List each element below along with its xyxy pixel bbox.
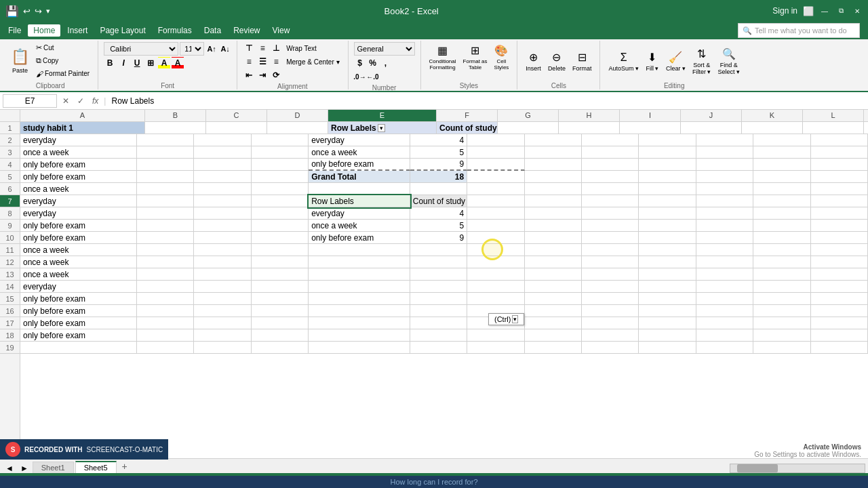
cell-m3[interactable] [811, 146, 868, 159]
conditional-formatting-btn[interactable]: ▦ ConditionalFormatting [427, 42, 459, 72]
cell-d13[interactable] [252, 268, 309, 281]
cell-j16[interactable] [639, 305, 696, 317]
fill-btn[interactable]: ⬇ Fill ▾ [643, 42, 662, 81]
cell-m16[interactable] [811, 305, 868, 317]
cell-a10[interactable]: only before exam [20, 232, 137, 244]
cell-i16[interactable] [582, 305, 639, 317]
cell-a19[interactable] [20, 342, 137, 354]
cell-d11[interactable] [252, 244, 309, 256]
cell-i3[interactable] [582, 146, 639, 159]
cell-f12[interactable] [410, 256, 467, 268]
cell-e18[interactable] [309, 329, 410, 342]
cell-f1[interactable]: Count of study habit 1 [437, 122, 498, 134]
row-num-17[interactable]: 17 [0, 317, 20, 329]
cell-c10[interactable] [194, 232, 251, 244]
tell-me-box[interactable]: 🔍 Tell me what you want to do [738, 23, 860, 38]
cell-h2[interactable] [525, 134, 582, 146]
cell-e10[interactable]: only before exam [309, 232, 410, 244]
cell-h12[interactable] [525, 256, 582, 268]
cell-j2[interactable] [639, 134, 696, 146]
cell-b8[interactable] [137, 207, 194, 220]
percent-btn[interactable]: % [367, 57, 379, 69]
cell-k13[interactable] [696, 268, 753, 281]
row-labels-filter-btn[interactable]: ▾ [378, 124, 385, 132]
row-num-9[interactable]: 9 [0, 220, 20, 232]
cell-a12[interactable]: once a week [20, 256, 137, 268]
cell-g3[interactable] [467, 146, 524, 159]
cell-l2[interactable] [753, 134, 810, 146]
cell-g14[interactable] [467, 281, 524, 293]
cell-l11[interactable] [753, 244, 810, 256]
cell-b11[interactable] [137, 244, 194, 256]
cell-e3[interactable]: once a week [309, 146, 410, 159]
cell-j14[interactable] [639, 281, 696, 293]
cell-k5[interactable] [696, 171, 753, 183]
cell-m13[interactable] [811, 268, 868, 281]
add-sheet-btn[interactable]: + [118, 460, 132, 473]
cell-h16[interactable] [525, 305, 582, 317]
decrease-decimal-btn[interactable]: ←.0 [367, 70, 379, 83]
align-bottom-btn[interactable]: ⊥ [270, 42, 282, 54]
cell-c6[interactable] [194, 183, 251, 195]
cell-d10[interactable] [252, 232, 309, 244]
cell-h10[interactable] [525, 232, 582, 244]
cell-d4[interactable] [252, 159, 309, 171]
row-num-3[interactable]: 3 [0, 146, 20, 159]
cell-k4[interactable] [696, 159, 753, 171]
cell-k18[interactable] [696, 329, 753, 342]
col-header-a[interactable]: A [20, 110, 145, 121]
cell-l9[interactable] [753, 220, 810, 232]
cell-a4[interactable]: only before exam [20, 159, 137, 171]
cell-a3[interactable]: once a week [20, 146, 137, 159]
fill-color-btn[interactable]: A [158, 57, 170, 69]
indent-decrease-btn[interactable]: ⇤ [243, 69, 255, 81]
col-header-h[interactable]: H [559, 110, 620, 121]
cell-i18[interactable] [582, 329, 639, 342]
cell-a14[interactable]: everyday [20, 281, 137, 293]
cell-e4[interactable]: only before exam [309, 159, 410, 171]
cell-k11[interactable] [696, 244, 753, 256]
col-header-e[interactable]: E [328, 110, 437, 121]
cell-e17[interactable] [309, 317, 410, 329]
cell-l8[interactable] [753, 207, 810, 220]
cell-d5[interactable] [252, 171, 309, 183]
cell-l14[interactable] [753, 281, 810, 293]
bold-btn[interactable]: B [104, 57, 116, 69]
cell-l15[interactable] [753, 293, 810, 305]
cell-e6[interactable] [309, 183, 410, 195]
cell-a15[interactable]: only before exam [20, 293, 137, 305]
cell-c16[interactable] [194, 305, 251, 317]
align-middle-btn[interactable]: ≡ [256, 42, 269, 54]
cell-i6[interactable] [582, 183, 639, 195]
insert-cells-btn[interactable]: ⊕ Insert [523, 42, 544, 81]
cell-i15[interactable] [582, 293, 639, 305]
col-header-k[interactable]: K [742, 110, 803, 121]
menu-view[interactable]: View [267, 24, 296, 37]
cell-g18[interactable] [467, 329, 524, 342]
cell-a5[interactable]: only before exam [20, 171, 137, 183]
scroll-tabs-left[interactable]: ◄ [3, 464, 16, 473]
align-right-btn[interactable]: ≡ [270, 56, 282, 68]
cell-b18[interactable] [137, 329, 194, 342]
indent-increase-btn[interactable]: ⇥ [256, 69, 269, 81]
row-num-6[interactable]: 6 [0, 183, 20, 195]
cell-i5[interactable] [582, 171, 639, 183]
cell-l13[interactable] [753, 268, 810, 281]
cell-c12[interactable] [194, 256, 251, 268]
cell-m2[interactable] [811, 134, 868, 146]
cell-a11[interactable]: once a week [20, 244, 137, 256]
cell-f19[interactable] [410, 342, 467, 354]
cell-i1[interactable] [620, 122, 681, 134]
cell-k3[interactable] [696, 146, 753, 159]
cell-j11[interactable] [639, 244, 696, 256]
cell-h15[interactable] [525, 293, 582, 305]
cell-c5[interactable] [194, 171, 251, 183]
cell-m12[interactable] [811, 256, 868, 268]
cell-i19[interactable] [582, 342, 639, 354]
italic-btn[interactable]: I [117, 57, 130, 69]
row-num-11[interactable]: 11 [0, 244, 20, 256]
menu-file[interactable]: File [3, 24, 26, 37]
col-header-c[interactable]: C [206, 110, 267, 121]
cell-m5[interactable] [811, 171, 868, 183]
col-header-m[interactable]: M [864, 110, 868, 121]
